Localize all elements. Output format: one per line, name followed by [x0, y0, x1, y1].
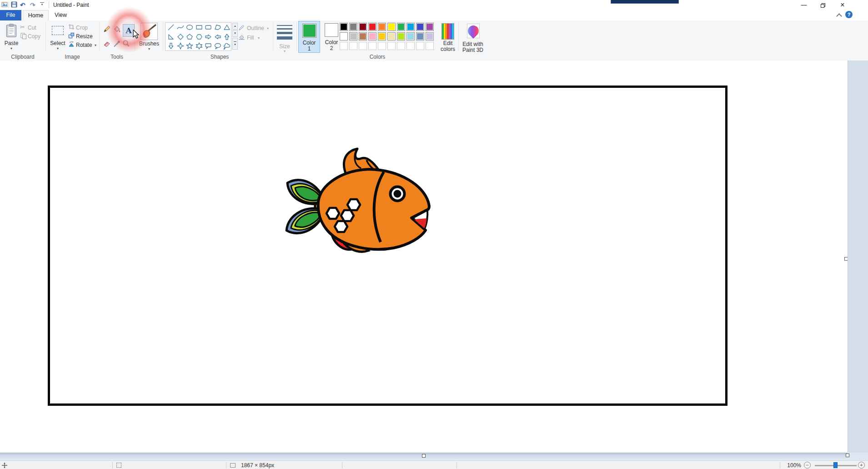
canvas-resize-handle-bottom[interactable]: [422, 454, 426, 458]
shapes-scroll-up-icon[interactable]: ▲: [232, 23, 238, 30]
zoom-slider-thumb[interactable]: [833, 462, 838, 468]
cut-button[interactable]: ✂ Cut: [20, 24, 44, 31]
collapse-ribbon-icon[interactable]: [836, 13, 842, 18]
color1-button[interactable]: Color 1: [298, 21, 320, 53]
pencil-tool-icon[interactable]: [103, 25, 111, 33]
palette-swatch-empty[interactable]: [359, 42, 367, 50]
shape-right-arrow[interactable]: [204, 32, 213, 41]
palette-swatch-c3c3c3[interactable]: [349, 32, 357, 40]
palette-swatch-empty[interactable]: [416, 42, 424, 50]
tab-file[interactable]: File: [0, 10, 21, 20]
shapes-more-icon[interactable]: ▼: [232, 38, 238, 50]
palette-swatch-ed1c24[interactable]: [368, 23, 376, 31]
palette-swatch-ff7f27[interactable]: [378, 23, 386, 31]
shape-five-point-star[interactable]: [185, 41, 194, 50]
edit-colors-button[interactable]: Edit colors: [437, 21, 458, 53]
redo-icon[interactable]: ↷: [30, 1, 35, 9]
shape-left-arrow[interactable]: [213, 32, 222, 41]
select-button[interactable]: Select ▾: [47, 22, 68, 54]
palette-swatch-7f7f7f[interactable]: [349, 23, 357, 31]
shape-cloud-callout[interactable]: [222, 41, 231, 50]
status-separator: [780, 462, 780, 469]
save-icon[interactable]: [11, 1, 17, 8]
palette-swatch-880015[interactable]: [359, 23, 367, 31]
palette-swatch-empty[interactable]: [406, 42, 415, 50]
color-picker-tool-icon[interactable]: [113, 40, 121, 48]
minimize-button[interactable]: —: [797, 0, 811, 9]
close-button[interactable]: ×: [836, 0, 849, 9]
size-button[interactable]: Size ▾: [275, 22, 295, 52]
color2-button[interactable]: Color 2: [322, 21, 341, 53]
palette-swatch-3f48cc[interactable]: [416, 23, 424, 31]
vertical-scrollbar[interactable]: [848, 61, 868, 460]
rotate-button[interactable]: Rotate ▾: [68, 41, 99, 49]
palette-swatch-00a2e8[interactable]: [406, 23, 415, 31]
group-separator: [296, 22, 297, 51]
palette-swatch-empty[interactable]: [349, 42, 357, 50]
fill-button[interactable]: Fill ▾: [238, 34, 272, 41]
palette-swatch-empty[interactable]: [368, 42, 376, 50]
canvas-size-value: 1867 × 854px: [241, 462, 274, 469]
copy-button[interactable]: Copy: [20, 32, 44, 40]
magnifier-tool-icon[interactable]: [122, 40, 130, 48]
color1-swatch: [302, 24, 316, 38]
shape-curve[interactable]: [176, 23, 185, 32]
canvas-resize-handle-corner[interactable]: [846, 454, 849, 457]
palette-swatch-empty[interactable]: [426, 42, 434, 50]
eraser-tool-icon[interactable]: [103, 40, 111, 48]
shapes-scroll-down-icon[interactable]: ▼: [232, 30, 238, 37]
zoom-out-button[interactable]: −: [804, 462, 811, 469]
palette-swatch-b97a57[interactable]: [359, 32, 367, 40]
tab-view[interactable]: View: [49, 10, 73, 20]
palette-swatch-b5e61d[interactable]: [397, 32, 405, 40]
zoom-in-button[interactable]: +: [858, 462, 865, 469]
shape-polygon[interactable]: [213, 23, 222, 32]
restore-button[interactable]: [816, 1, 830, 10]
palette-swatch-empty[interactable]: [378, 42, 386, 50]
shape-rounded-rectangle[interactable]: [204, 23, 213, 32]
shape-oval[interactable]: [185, 23, 194, 32]
fill-dropdown-icon: ▾: [258, 36, 260, 40]
palette-swatch-empty[interactable]: [340, 42, 348, 50]
palette-swatch-a349a4[interactable]: [426, 23, 434, 31]
undo-icon[interactable]: ↶: [20, 1, 25, 9]
palette-swatch-22b14c[interactable]: [397, 23, 405, 31]
palette-swatch-99d9ea[interactable]: [406, 32, 415, 40]
shape-rounded-callout[interactable]: [204, 41, 213, 50]
palette-swatch-ffaec9[interactable]: [368, 32, 376, 40]
shape-pentagon[interactable]: [185, 32, 194, 41]
palette-swatch-000000[interactable]: [340, 23, 348, 31]
palette-swatch-fff200[interactable]: [387, 23, 396, 31]
palette-swatch-empty[interactable]: [397, 42, 405, 50]
qat-customize-icon[interactable]: ▾: [40, 2, 44, 5]
paste-button[interactable]: Paste ▾: [2, 22, 21, 54]
palette-swatch-efe4b0[interactable]: [387, 32, 396, 40]
shape-oval-callout[interactable]: [213, 41, 222, 50]
shape-six-point-star[interactable]: [195, 41, 204, 50]
help-icon[interactable]: ?: [845, 11, 853, 18]
palette-swatch-c8bfe7[interactable]: [426, 32, 434, 40]
canvas-work-area[interactable]: [0, 61, 868, 460]
shape-line[interactable]: [166, 23, 176, 32]
palette-swatch-ffffff[interactable]: [340, 32, 348, 40]
palette-swatch-7092be[interactable]: [416, 32, 424, 40]
palette-swatch-ffc90e[interactable]: [378, 32, 386, 40]
edit-with-paint3d-button[interactable]: Edit with Paint 3D: [461, 21, 485, 53]
brushes-button[interactable]: Brushes ▾: [138, 22, 160, 52]
shape-rectangle[interactable]: [195, 23, 204, 32]
outline-dropdown-icon: ▾: [267, 27, 269, 30]
fill-tool-icon[interactable]: [113, 25, 121, 33]
shape-four-point-star[interactable]: [176, 41, 185, 50]
outline-button[interactable]: Outline ▾: [238, 24, 272, 32]
resize-button[interactable]: Resize: [68, 32, 97, 40]
shape-right-triangle[interactable]: [166, 32, 176, 41]
ribbon: Paste ▾ ✂ Cut Copy Clipboard Select ▾ Cr…: [0, 20, 868, 61]
shape-up-arrow[interactable]: [222, 32, 231, 41]
tab-home[interactable]: Home: [23, 10, 49, 20]
shape-triangle[interactable]: [222, 23, 231, 32]
palette-swatch-empty[interactable]: [387, 42, 396, 50]
shape-down-arrow[interactable]: [166, 41, 176, 50]
shape-diamond[interactable]: [176, 32, 185, 41]
shape-hexagon[interactable]: [195, 32, 204, 41]
crop-button[interactable]: Crop: [68, 24, 97, 31]
